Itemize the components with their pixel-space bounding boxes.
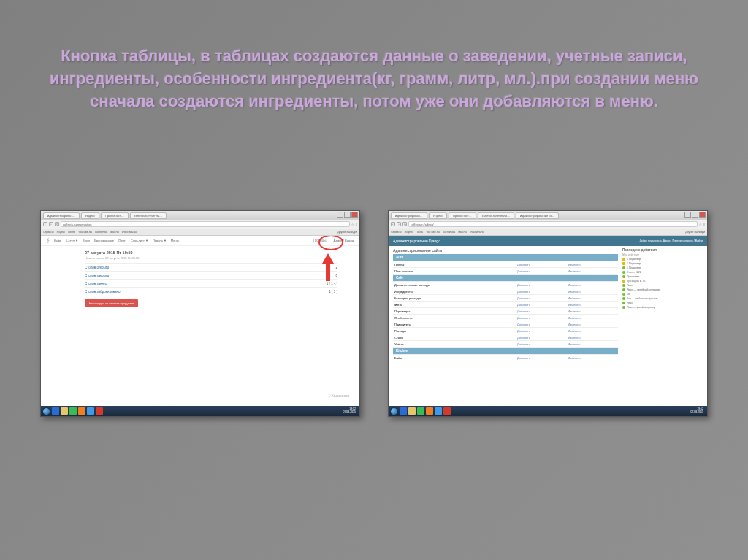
- model-link[interactable]: Расходы: [394, 329, 406, 333]
- taskbar-ie-icon[interactable]: [400, 407, 407, 415]
- back-button[interactable]: ‹: [43, 222, 47, 226]
- bookmark[interactable]: Mail.Ru: [110, 231, 119, 234]
- add-link[interactable]: Добавить: [517, 310, 530, 313]
- nav-item[interactable]: Отчет: [118, 239, 126, 242]
- maximize-button[interactable]: [692, 212, 698, 218]
- taskbar-chrome-icon[interactable]: [69, 407, 77, 415]
- change-link[interactable]: Изменить: [568, 263, 581, 266]
- minimize-button[interactable]: [337, 212, 343, 218]
- nav-item[interactable]: Кафе: [54, 239, 61, 242]
- taskbar-ya-icon[interactable]: [443, 407, 451, 415]
- browser-tab[interactable]: Приватност…: [101, 212, 129, 219]
- model-link[interactable]: Пользователи: [394, 269, 413, 273]
- model-link[interactable]: Группы: [394, 263, 404, 266]
- bookmark[interactable]: kuchamala: [95, 231, 107, 234]
- bookmark-star-icon[interactable]: ☆: [351, 223, 354, 226]
- model-link[interactable]: Учётка: [394, 342, 404, 346]
- taskbar-clock[interactable]: 19:5207.08.2015: [343, 408, 358, 414]
- add-link[interactable]: Добавить: [517, 323, 530, 326]
- browser-tab[interactable]: caffesta.ru/reservat…: [478, 212, 514, 219]
- model-link[interactable]: Особенности: [394, 316, 413, 320]
- taskbar-ie-icon[interactable]: [52, 407, 59, 415]
- browser-tab[interactable]: Яндекс: [81, 212, 99, 219]
- bookmark[interactable]: Почта: [416, 231, 423, 234]
- model-link[interactable]: Меню: [394, 303, 402, 307]
- browser-tab[interactable]: caffesta.ru/reservat…: [130, 212, 167, 219]
- change-link[interactable]: Изменить: [568, 329, 581, 333]
- address-bar[interactable]: caffesta.ru/admin/: [408, 221, 698, 227]
- add-link[interactable]: Добавить: [517, 336, 530, 340]
- address-bar[interactable]: caffesta.ru/reservation: [61, 221, 350, 227]
- taskbar-skype-icon[interactable]: [435, 407, 442, 415]
- browser-tab[interactable]: Администрирован…: [391, 212, 427, 219]
- stat-label[interactable]: Столов закрыто: [85, 274, 109, 277]
- bookmark[interactable]: Яндекс: [405, 231, 413, 234]
- bookmark-star-icon[interactable]: ☆: [699, 223, 702, 226]
- change-link[interactable]: Изменить: [568, 310, 581, 313]
- change-link[interactable]: Изменить: [568, 296, 581, 300]
- bookmark[interactable]: Яндекс: [57, 231, 66, 234]
- start-button[interactable]: [390, 407, 398, 415]
- bookmark[interactable]: YouTube.Ru: [78, 231, 92, 234]
- browser-tab[interactable]: Приватност…: [449, 212, 476, 219]
- add-link[interactable]: Добавить: [517, 269, 530, 273]
- close-button[interactable]: [699, 212, 706, 218]
- change-link[interactable]: Изменить: [568, 283, 581, 287]
- change-link[interactable]: Изменить: [568, 269, 581, 273]
- recent-action[interactable]: Иван — какой оператор: [622, 305, 703, 310]
- taskbar-chrome-icon[interactable]: [417, 407, 424, 415]
- reload-button[interactable]: ↻: [402, 222, 407, 226]
- add-link[interactable]: Добавить: [517, 290, 530, 294]
- model-link[interactable]: Бабы: [394, 356, 402, 360]
- add-link[interactable]: Добавить: [517, 316, 530, 320]
- nav-item[interactable]: В зал: [83, 239, 90, 242]
- add-link[interactable]: Добавить: [517, 263, 530, 266]
- taskbar-folder-icon[interactable]: [61, 407, 68, 415]
- reload-button[interactable]: ↻: [55, 222, 59, 226]
- model-link[interactable]: Дополнительные расходы: [394, 283, 430, 287]
- add-link[interactable]: Добавить: [517, 356, 530, 360]
- model-link[interactable]: Приоритеты: [394, 323, 411, 326]
- minimize-button[interactable]: [684, 212, 691, 218]
- stat-label[interactable]: Столов забронировано: [85, 290, 120, 294]
- nav-item[interactable]: Меню: [171, 239, 179, 242]
- nav-item[interactable]: Бронирование: [94, 239, 114, 242]
- change-link[interactable]: Изменить: [568, 323, 581, 326]
- browser-tab[interactable]: Администрирован…: [43, 212, 80, 219]
- change-link[interactable]: Изменить: [568, 356, 581, 360]
- bookmark[interactable]: Сервисы: [43, 231, 54, 234]
- stat-label[interactable]: Столов занято: [85, 282, 107, 285]
- close-button[interactable]: [351, 212, 358, 218]
- django-userlinks[interactable]: Добро пожаловать, Админ. Изменить пароль…: [639, 239, 703, 242]
- change-link[interactable]: Изменить: [568, 342, 581, 346]
- add-link[interactable]: Добавить: [517, 342, 530, 346]
- nav-item[interactable]: Пароль ▼: [153, 239, 167, 242]
- back-button[interactable]: ‹: [391, 222, 395, 226]
- forward-button[interactable]: ›: [49, 222, 53, 226]
- forward-button[interactable]: ›: [397, 222, 401, 226]
- tables-button[interactable]: Таблицы: [310, 238, 329, 243]
- nav-item[interactable]: Стоп-лист ▼: [131, 239, 148, 242]
- start-button[interactable]: [42, 407, 50, 415]
- maximize-button[interactable]: [344, 212, 351, 218]
- taskbar-ya-icon[interactable]: [96, 407, 103, 415]
- taskbar-clock[interactable]: 19:5207.08.2015: [690, 408, 706, 414]
- bookmark[interactable]: kuchamala: [443, 231, 455, 234]
- shortage-alert-button[interactable]: На сегодня не хватает продуктов: [85, 299, 138, 307]
- change-link[interactable]: Изменить: [568, 316, 581, 320]
- model-link[interactable]: Категории расходов: [394, 296, 421, 300]
- browser-tab[interactable]: Администрирование са…: [516, 212, 559, 219]
- add-link[interactable]: Добавить: [517, 303, 530, 307]
- bookmark[interactable]: классика.Ru: [122, 231, 137, 234]
- bookmark[interactable]: Сервисы: [391, 231, 402, 234]
- stat-label[interactable]: Столов открыто: [85, 266, 109, 269]
- add-link[interactable]: Добавить: [517, 296, 530, 300]
- bookmark[interactable]: классика.Ru: [470, 231, 484, 234]
- model-link[interactable]: Ингредиенты: [394, 290, 413, 294]
- exit-link[interactable]: Админ / Выход: [334, 239, 354, 242]
- other-bookmarks[interactable]: Другие закладки: [685, 231, 705, 234]
- change-link[interactable]: Изменить: [568, 290, 581, 294]
- change-link[interactable]: Изменить: [568, 303, 581, 307]
- model-link[interactable]: Параметры: [394, 310, 410, 313]
- bookmark[interactable]: Mail.Ru: [458, 231, 467, 234]
